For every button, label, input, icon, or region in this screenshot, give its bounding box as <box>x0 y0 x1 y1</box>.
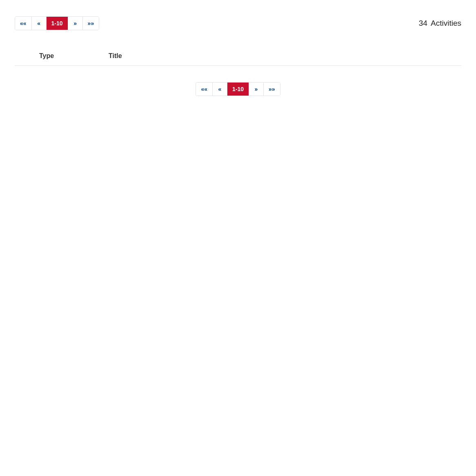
page-last-button[interactable]: »» <box>83 17 99 30</box>
page-next-button[interactable]: » <box>68 17 83 30</box>
page-current-button[interactable]: 1-10 <box>47 17 68 30</box>
page-current-button[interactable]: 1-10 <box>227 83 249 96</box>
activity-count-label: Activities <box>431 19 461 27</box>
page-prev-button[interactable]: « <box>32 17 47 30</box>
header-title: Title <box>109 52 461 60</box>
pagination-top: «« « 1-10 » »» <box>15 16 99 30</box>
activity-count: 34 Activities <box>419 19 461 28</box>
page-first-button[interactable]: «« <box>15 17 32 30</box>
page-prev-button[interactable]: « <box>213 83 227 96</box>
pagination-bottom: «« « 1-10 » »» <box>196 82 280 96</box>
table-header: Type Title <box>15 47 461 66</box>
page-next-button[interactable]: » <box>249 83 264 96</box>
activity-count-number: 34 <box>419 19 427 27</box>
page-first-button[interactable]: «« <box>196 83 213 96</box>
header-type: Type <box>39 52 109 60</box>
page-last-button[interactable]: »» <box>264 83 280 96</box>
